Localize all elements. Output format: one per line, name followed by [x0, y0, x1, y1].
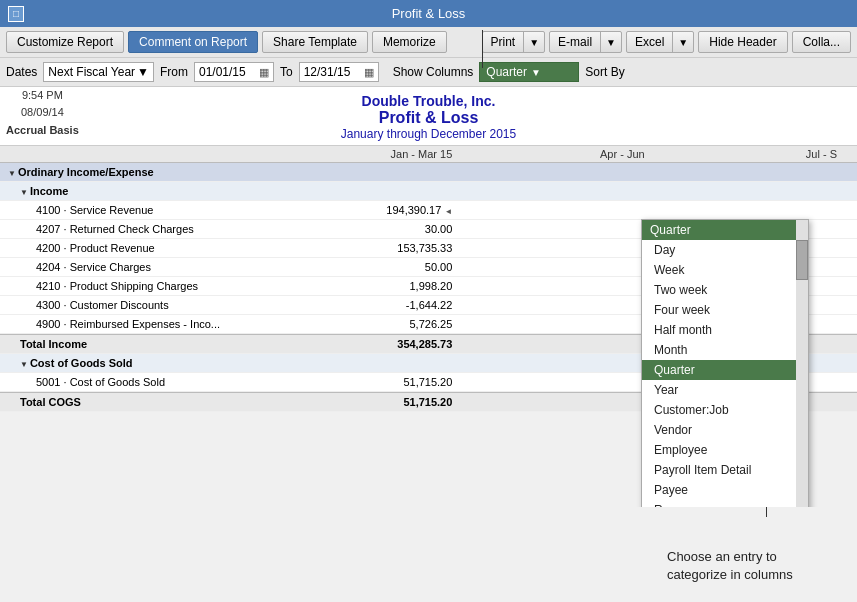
- row-col2: [472, 394, 664, 410]
- expand-icon[interactable]: ▼: [20, 360, 28, 369]
- email-button[interactable]: E-mail ▼: [549, 31, 622, 53]
- dropdown-item[interactable]: Day: [642, 240, 796, 260]
- from-calendar-icon[interactable]: ▦: [259, 66, 269, 79]
- dropdown-item[interactable]: Employee: [642, 440, 796, 460]
- row-amount: 1,998.20: [280, 278, 472, 294]
- dropdown-scrollbar[interactable]: [796, 220, 808, 507]
- row-amount: [280, 355, 472, 371]
- dropdown-item[interactable]: Rep: [642, 500, 796, 507]
- to-date-field[interactable]: [304, 65, 362, 79]
- row-col2: [472, 374, 664, 390]
- excel-dropdown-arrow[interactable]: ▼: [673, 34, 693, 51]
- col-header-q2: Apr - Jun: [472, 148, 664, 160]
- row-label: 4204 · Service Charges: [0, 259, 280, 275]
- expand-icon[interactable]: ▼: [8, 169, 16, 178]
- from-date-input[interactable]: ▦: [194, 62, 274, 82]
- row-label: 4300 · Customer Discounts: [0, 297, 280, 313]
- dropdown-item[interactable]: Customer:Job: [642, 400, 796, 420]
- row-col2: [472, 202, 664, 218]
- email-dropdown-arrow[interactable]: ▼: [601, 34, 621, 51]
- row-label: 4207 · Returned Check Charges: [0, 221, 280, 237]
- share-template-button[interactable]: Share Template: [262, 31, 368, 53]
- dropdown-header: Quarter: [642, 220, 808, 240]
- row-col2: [472, 221, 664, 237]
- print-button[interactable]: Print ▼: [482, 31, 546, 53]
- col-header-q3: Jul - S: [665, 148, 857, 160]
- dropdown-item[interactable]: Two week: [642, 280, 796, 300]
- row-amount: 51,715.20: [280, 394, 472, 410]
- excel-button[interactable]: Excel ▼: [626, 31, 694, 53]
- detail-arrow[interactable]: ◄: [444, 207, 452, 216]
- row-amount: 354,285.73: [280, 336, 472, 352]
- row-col2: [472, 316, 664, 332]
- company-name: Double Trouble, Inc.: [0, 93, 857, 109]
- window-icon[interactable]: □: [8, 6, 24, 22]
- to-calendar-icon[interactable]: ▦: [364, 66, 374, 79]
- dropdown-item[interactable]: Year: [642, 380, 796, 400]
- report-meta: 9:54 PM 08/09/14 Accrual Basis: [6, 87, 79, 139]
- row-label: Total COGS: [0, 394, 280, 410]
- from-date-field[interactable]: [199, 65, 257, 79]
- title-bar: □ Profit & Loss: [0, 0, 857, 27]
- row-label: ▼Cost of Goods Sold: [0, 355, 280, 371]
- show-columns-dropdown[interactable]: Quarter ▼: [479, 62, 579, 82]
- dropdown-item[interactable]: Week: [642, 260, 796, 280]
- dropdown-item[interactable]: Vendor: [642, 420, 796, 440]
- date-range-select[interactable]: Next Fiscal Year ▼: [43, 62, 154, 82]
- row-label: Total Income: [0, 336, 280, 352]
- bottom-annotation-label: Choose an entry to categorize in columns: [667, 548, 827, 584]
- dropdown-item[interactable]: Quarter: [642, 360, 796, 380]
- report-subtitle: January through December 2015: [0, 127, 857, 141]
- comment-on-report-button[interactable]: Comment on Report: [128, 31, 258, 53]
- window-title: Profit & Loss: [392, 6, 466, 21]
- report-time: 9:54 PM: [6, 87, 79, 104]
- show-columns-arrow[interactable]: ▼: [531, 67, 541, 78]
- report-title: Profit & Loss: [0, 109, 857, 127]
- row-amount: 50.00: [280, 259, 472, 275]
- print-dropdown-arrow[interactable]: ▼: [524, 34, 544, 51]
- row-label: 4900 · Reimbursed Expenses - Inco...: [0, 316, 280, 332]
- hide-header-button[interactable]: Hide Header: [698, 31, 787, 53]
- row-col3: [665, 183, 857, 199]
- memorize-button[interactable]: Memorize: [372, 31, 447, 53]
- row-col2: [472, 336, 664, 352]
- dates-label: Dates: [6, 65, 37, 79]
- row-amount: [280, 164, 472, 180]
- date-range-arrow[interactable]: ▼: [137, 65, 149, 79]
- row-label: ▼Ordinary Income/Expense: [0, 164, 280, 180]
- scrollbar-thumb[interactable]: [796, 240, 808, 280]
- row-amount: 153,735.33: [280, 240, 472, 256]
- main-content: 9:54 PM 08/09/14 Accrual Basis Double Tr…: [0, 87, 857, 507]
- dropdown-item[interactable]: Payee: [642, 480, 796, 500]
- row-col2: [472, 240, 664, 256]
- row-col2: [472, 183, 664, 199]
- row-label: 4210 · Product Shipping Charges: [0, 278, 280, 294]
- print-label[interactable]: Print: [483, 32, 525, 52]
- show-columns-dropdown-overlay: Quarter DayWeekTwo weekFour weekHalf mon…: [641, 219, 809, 507]
- from-label: From: [160, 65, 188, 79]
- table-row: ▼Income: [0, 182, 857, 201]
- sort-by-label: Sort By: [585, 65, 624, 79]
- dropdown-item[interactable]: Four week: [642, 300, 796, 320]
- row-label: 4100 · Service Revenue: [0, 202, 280, 218]
- dropdown-item[interactable]: Payroll Item Detail: [642, 460, 796, 480]
- col-header-q1: Jan - Mar 15: [280, 148, 472, 160]
- email-label[interactable]: E-mail: [550, 32, 601, 52]
- customize-report-button[interactable]: Customize Report: [6, 31, 124, 53]
- row-label: 5001 · Cost of Goods Sold: [0, 374, 280, 390]
- table-row: 4100 · Service Revenue194,390.17 ◄: [0, 201, 857, 220]
- dropdown-item[interactable]: Half month: [642, 320, 796, 340]
- row-amount: 30.00: [280, 221, 472, 237]
- excel-label[interactable]: Excel: [627, 32, 673, 52]
- to-date-input[interactable]: ▦: [299, 62, 379, 82]
- accrual-basis: Accrual Basis: [6, 122, 79, 139]
- row-amount: 194,390.17 ◄: [280, 202, 472, 218]
- expand-icon[interactable]: ▼: [20, 188, 28, 197]
- dropdown-item[interactable]: Month: [642, 340, 796, 360]
- row-col2: [472, 297, 664, 313]
- collapse-button[interactable]: Colla...: [792, 31, 851, 53]
- row-amount: 5,726.25: [280, 316, 472, 332]
- table-row: ▼Ordinary Income/Expense: [0, 163, 857, 182]
- row-amount: 51,715.20: [280, 374, 472, 390]
- row-col2: [472, 259, 664, 275]
